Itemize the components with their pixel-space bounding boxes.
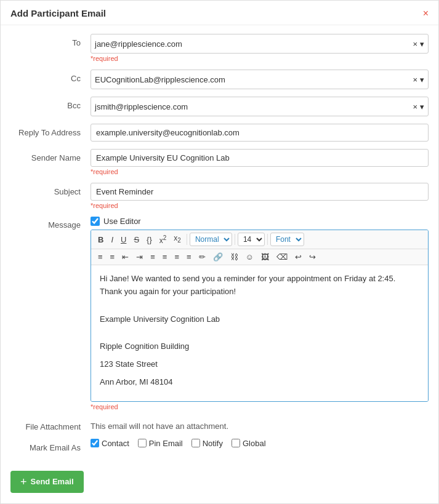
- to-clear-icon[interactable]: ×: [413, 40, 417, 48]
- image-button[interactable]: 🖼: [258, 251, 272, 263]
- align-right-button[interactable]: ≡: [171, 251, 182, 263]
- mark-options-group: Contact Pin Email Notify Global: [91, 439, 429, 448]
- cc-label: Cc: [10, 70, 91, 83]
- mark-contact-label: Contact: [102, 439, 129, 448]
- editor-container: B I U S {} x2 x2 Normal 14: [91, 230, 429, 402]
- bcc-clear-icon[interactable]: ×: [413, 103, 417, 111]
- align-center-button[interactable]: ≡: [159, 251, 171, 263]
- mark-pin-email-option: Pin Email: [138, 439, 183, 448]
- toolbar-sep-1: [187, 234, 187, 245]
- dialog-title: Add Participant Email: [10, 8, 106, 18]
- sender-name-field: *required: [91, 149, 429, 175]
- link-button[interactable]: 🔗: [210, 251, 226, 263]
- toolbar-row-1: B I U S {} x2 x2 Normal 14: [91, 230, 428, 249]
- reply-to-input[interactable]: [91, 124, 429, 142]
- subscript-button[interactable]: x2: [171, 233, 184, 246]
- underline-button[interactable]: U: [118, 234, 129, 246]
- send-email-button[interactable]: + Send Email: [10, 471, 84, 493]
- format-select[interactable]: Normal: [190, 233, 232, 246]
- sender-name-row: Sender Name *required: [1, 146, 438, 178]
- indent-button[interactable]: ⇥: [133, 251, 146, 263]
- align-left-button[interactable]: ≡: [147, 251, 158, 263]
- subject-field: *required: [91, 183, 429, 209]
- file-attachment-field: This email will not have an attachment.: [91, 418, 429, 431]
- message-line-5: Ripple Cognition Building: [100, 340, 419, 353]
- mark-email-field: Contact Pin Email Notify Global: [91, 439, 429, 448]
- emoji-button[interactable]: ☺: [243, 251, 257, 263]
- mark-email-row: Mark Email As Contact Pin Email Notify: [1, 436, 438, 455]
- subject-required: *required: [91, 202, 429, 209]
- bcc-chevron-icon[interactable]: ▾: [420, 102, 424, 111]
- sender-name-input[interactable]: [91, 149, 429, 167]
- bcc-input[interactable]: jsmith@ripplescience.com × ▾: [91, 97, 429, 116]
- toolbar-sep-3: [267, 234, 268, 245]
- to-label: To: [10, 34, 91, 47]
- form-body: To jane@ripplescience.com × ▾ *required …: [1, 25, 438, 463]
- font-select[interactable]: Font: [270, 233, 304, 246]
- subject-label: Subject: [10, 183, 91, 196]
- mark-pin-label: Pin Email: [149, 439, 183, 448]
- close-button[interactable]: ×: [423, 9, 429, 18]
- mark-notify-label: Notify: [203, 439, 223, 448]
- editor-content[interactable]: Hi Jane! We wanted to send you a reminde…: [91, 265, 428, 401]
- sender-name-required: *required: [91, 168, 429, 175]
- cc-chevron-icon[interactable]: ▾: [420, 75, 424, 84]
- message-field: Use Editor B I U S {} x2 x2: [91, 217, 429, 410]
- message-blank-1: [100, 303, 419, 313]
- undo-button[interactable]: ↩: [292, 251, 305, 263]
- mark-global-checkbox[interactable]: [232, 439, 240, 447]
- toolbar-row-2: ≡ ≡ ⇤ ⇥ ≡ ≡ ≡ ≡ ✏ 🔗 ⛓ ☺ 🖼 ⌫ ↩: [91, 249, 428, 265]
- font-size-select[interactable]: 14: [238, 233, 265, 246]
- cc-field: EUCognitionLab@ripplescience.com × ▾: [91, 70, 429, 89]
- ordered-list-button[interactable]: ≡: [107, 251, 118, 263]
- toolbar-sep-2: [235, 234, 235, 245]
- highlight-button[interactable]: ✏: [196, 251, 209, 263]
- bcc-field: jsmith@ripplescience.com × ▾: [91, 97, 429, 116]
- mark-notify-option: Notify: [191, 439, 223, 448]
- reply-to-field: [91, 124, 429, 142]
- to-field: jane@ripplescience.com × ▾ *required: [91, 34, 429, 62]
- bcc-value: jsmith@ripplescience.com: [95, 102, 413, 111]
- file-attachment-row: File Attachment This email will not have…: [1, 415, 438, 434]
- justify-button[interactable]: ≡: [183, 251, 195, 263]
- dialog-header: Add Participant Email ×: [1, 1, 438, 25]
- cc-row: Cc EUCognitionLab@ripplescience.com × ▾: [1, 67, 438, 92]
- send-plus-icon: +: [20, 476, 27, 487]
- bcc-row: Bcc jsmith@ripplescience.com × ▾: [1, 94, 438, 119]
- mark-global-label: Global: [243, 439, 266, 448]
- mark-email-label: Mark Email As: [10, 439, 91, 452]
- mark-contact-option: Contact: [91, 439, 129, 448]
- use-editor-label: Use Editor: [103, 217, 141, 226]
- mark-notify-checkbox[interactable]: [191, 439, 200, 447]
- message-row: Message Use Editor B I U S {} x2: [1, 214, 438, 413]
- erase-button[interactable]: ⌫: [273, 251, 291, 263]
- to-row: To jane@ripplescience.com × ▾ *required: [1, 31, 438, 65]
- to-chevron-icon[interactable]: ▾: [420, 39, 424, 49]
- unlink-button[interactable]: ⛓: [227, 251, 241, 263]
- to-input[interactable]: jane@ripplescience.com × ▾: [91, 34, 429, 54]
- message-line-7: Ann Arbor, MI 48104: [100, 376, 419, 389]
- use-editor-checkbox[interactable]: [91, 217, 100, 226]
- superscript-button[interactable]: x2: [156, 233, 170, 246]
- unordered-list-button[interactable]: ≡: [95, 251, 106, 263]
- message-label: Message: [10, 217, 91, 230]
- mark-pin-checkbox[interactable]: [138, 439, 147, 447]
- cc-value: EUCognitionLab@ripplescience.com: [95, 75, 413, 84]
- to-value: jane@ripplescience.com: [95, 39, 413, 49]
- redo-button[interactable]: ↪: [306, 251, 319, 263]
- outdent-button[interactable]: ⇤: [119, 251, 132, 263]
- message-required: *required: [91, 403, 429, 410]
- cc-input[interactable]: EUCognitionLab@ripplescience.com × ▾: [91, 70, 429, 89]
- bold-button[interactable]: B: [95, 234, 107, 246]
- code-block-button[interactable]: {}: [143, 234, 155, 246]
- subject-row: Subject *required: [1, 180, 438, 212]
- use-editor-row: Use Editor: [91, 217, 429, 226]
- mark-contact-checkbox[interactable]: [91, 439, 99, 447]
- italic-button[interactable]: I: [108, 234, 116, 246]
- subject-input[interactable]: [91, 183, 429, 201]
- cc-clear-icon[interactable]: ×: [413, 76, 417, 84]
- reply-to-label: Reply To Address: [10, 124, 91, 137]
- strikethrough-button[interactable]: S: [131, 234, 142, 246]
- mark-global-option: Global: [232, 439, 266, 448]
- message-line-6: 123 State Street: [100, 358, 419, 371]
